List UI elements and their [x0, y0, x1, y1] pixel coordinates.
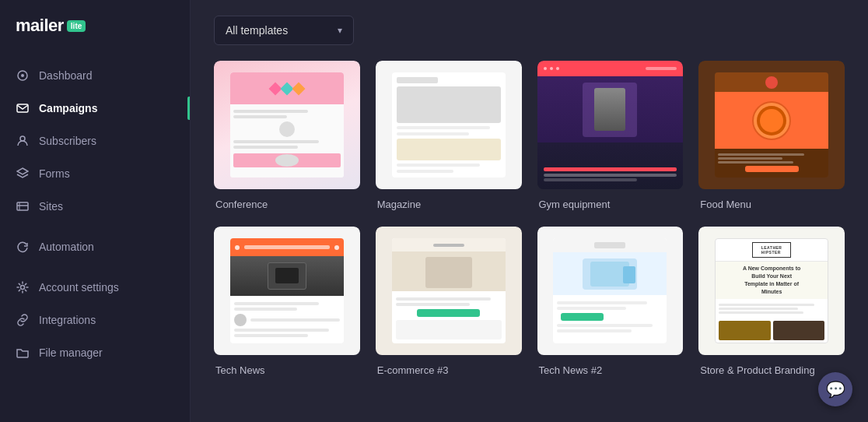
sidebar-item-file-manager[interactable]: File manager [0, 336, 190, 369]
template-label-store-branding: Store & Product Branding [698, 364, 814, 376]
chat-icon: 💬 [826, 380, 845, 399]
template-label-ecommerce-3: E-commerce #3 [376, 364, 449, 376]
template-thumb-ecommerce-3 [376, 227, 522, 355]
template-grid: Conference Magazine [214, 61, 845, 377]
template-thumb-conference [214, 61, 360, 189]
sidebar-item-forms[interactable]: Forms [0, 157, 190, 190]
user-icon [16, 134, 30, 148]
templates-filter-dropdown[interactable]: All templates ▾ [214, 16, 354, 45]
template-label-gym-equipment: Gym equipment [537, 199, 611, 210]
svg-point-7 [21, 286, 25, 290]
sidebar-label-file-manager: File manager [39, 346, 103, 359]
chevron-down-icon: ▾ [338, 25, 342, 36]
sidebar-item-dashboard[interactable]: Dashboard [0, 59, 190, 92]
sidebar-item-account-settings[interactable]: Account settings [0, 271, 190, 304]
logo-area: mailer lite [0, 16, 190, 59]
mail-icon [16, 101, 30, 115]
svg-rect-4 [17, 202, 28, 210]
filter-bar: All templates ▾ [214, 16, 845, 45]
layers-icon [16, 167, 30, 181]
template-card-tech-news[interactable]: Tech News [214, 227, 360, 377]
template-card-store-branding[interactable]: LEATHERHIPSTER A New Components toBuild … [698, 227, 845, 377]
template-card-gym-equipment[interactable]: Gym equipment [537, 61, 684, 211]
circle-icon [16, 69, 30, 83]
filter-label: All templates [226, 24, 288, 37]
folder-icon [16, 346, 30, 360]
logo-badge: lite [67, 20, 86, 32]
sidebar-label-campaigns: Campaigns [39, 102, 97, 114]
sidebar-item-subscribers[interactable]: Subscribers [0, 125, 190, 157]
chat-button[interactable]: 💬 [818, 372, 852, 406]
svg-point-1 [21, 74, 24, 77]
template-label-magazine: Magazine [376, 199, 421, 210]
sidebar-item-sites[interactable]: Sites [0, 190, 190, 223]
sidebar-label-sites: Sites [39, 200, 63, 213]
refresh-icon [16, 240, 30, 254]
main-content: All templates ▾ [191, 0, 868, 422]
template-label-tech-news-2: Tech News #2 [537, 364, 603, 376]
sidebar-label-automation: Automation [39, 241, 94, 253]
template-label-tech-news: Tech News [214, 364, 265, 376]
sidebar-label-subscribers: Subscribers [39, 135, 96, 147]
sidebar-label-dashboard: Dashboard [39, 69, 93, 82]
template-thumb-magazine [376, 61, 522, 189]
template-card-magazine[interactable]: Magazine [376, 61, 522, 211]
template-card-conference[interactable]: Conference [214, 61, 360, 211]
link-icon [16, 313, 30, 327]
template-label-conference: Conference [214, 199, 268, 210]
settings-icon [16, 280, 30, 294]
sidebar-item-integrations[interactable]: Integrations [0, 304, 190, 336]
sidebar-label-integrations: Integrations [39, 314, 96, 326]
logo-text: mailer [16, 16, 64, 36]
svg-rect-2 [17, 104, 28, 112]
globe-icon [16, 199, 30, 213]
sidebar-item-automation[interactable]: Automation [0, 230, 190, 263]
template-thumb-tech-news [214, 227, 360, 355]
sidebar-label-forms: Forms [39, 167, 70, 180]
sidebar-label-account-settings: Account settings [39, 281, 119, 294]
template-thumb-gym [537, 61, 684, 189]
template-thumb-tech-news-2 [537, 227, 684, 355]
sidebar-item-campaigns[interactable]: Campaigns [0, 92, 190, 125]
template-card-ecommerce-3[interactable]: E-commerce #3 [376, 227, 522, 377]
template-card-tech-news-2[interactable]: Tech News #2 [537, 227, 684, 377]
template-thumb-food [698, 61, 845, 189]
template-thumb-store-branding: LEATHERHIPSTER A New Components toBuild … [698, 227, 845, 355]
svg-point-3 [20, 136, 25, 141]
template-card-food-menu[interactable]: Food Menu [698, 61, 845, 211]
sidebar: mailer lite Dashboard Campaigns [0, 0, 191, 422]
template-label-food-menu: Food Menu [698, 199, 751, 210]
